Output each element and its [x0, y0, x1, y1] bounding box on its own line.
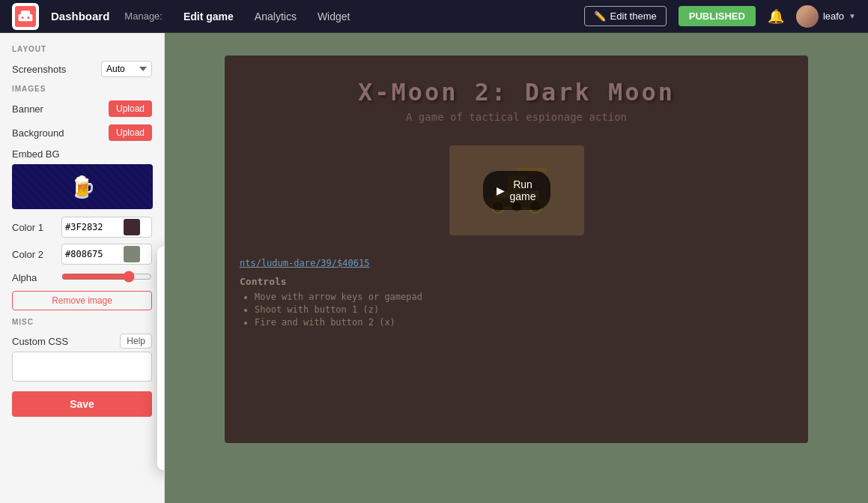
nav-edit-game[interactable]: Edit game — [174, 6, 243, 27]
dashboard-label: Dashboard — [51, 10, 109, 22]
images-section-label: IMAGES — [12, 85, 152, 93]
alpha-label: Alpha — [12, 272, 57, 283]
controls-label: Controls — [240, 276, 793, 287]
run-game-overlay: ▶ Run game — [449, 145, 584, 235]
screenshots-label: Screenshots — [12, 64, 66, 75]
svg-point-4 — [27, 16, 29, 19]
game-title: X-Moon 2: Dark Moon — [240, 78, 793, 106]
color1-input-wrap[interactable] — [61, 217, 152, 238]
color1-swatch[interactable] — [124, 219, 140, 235]
nav-widget[interactable]: Widget — [309, 6, 359, 27]
help-button[interactable]: Help — [120, 334, 152, 349]
color-picker-popup — [157, 247, 165, 470]
controls-list: Move with arrow keys or gamepad Shoot wi… — [240, 292, 793, 328]
game-image-area: ▶ Run game — [225, 130, 808, 250]
alpha-slider[interactable] — [61, 271, 152, 283]
svg-point-3 — [22, 16, 24, 19]
color1-row: Color 1 — [12, 217, 152, 238]
background-upload-button[interactable]: Upload — [109, 124, 152, 141]
play-icon: ▶ — [497, 184, 505, 196]
control-item-0: Move with arrow keys or gamepad — [255, 292, 793, 302]
sidebar: LAYOUT Screenshots Auto Manual IMAGES Ba… — [0, 33, 165, 503]
game-subtitle: A game of tactical espionage action — [240, 111, 793, 123]
user-menu[interactable]: leafo ▼ — [796, 5, 856, 28]
color2-input-wrap[interactable] — [61, 244, 152, 265]
color2-row: Color 2 — [12, 244, 152, 265]
main-layout: LAYOUT Screenshots Auto Manual IMAGES Ba… — [0, 33, 868, 503]
game-canvas: X-Moon 2: Dark Moon A game of tactical e… — [225, 55, 808, 443]
chevron-down-icon: ▼ — [849, 12, 856, 20]
manage-label: Manage: — [124, 10, 163, 22]
alpha-slider-wrap — [61, 271, 152, 285]
misc-section-label: MISC — [12, 318, 152, 326]
color2-swatch[interactable] — [124, 246, 140, 262]
background-label: Background — [12, 127, 64, 139]
alpha-row: Alpha — [12, 271, 152, 285]
layout-section-label: LAYOUT — [12, 45, 152, 53]
controls-section: Controls Move with arrow keys or gamepad… — [225, 276, 808, 328]
edit-theme-label: Edit theme — [610, 10, 657, 22]
custom-css-label: Custom CSS — [12, 336, 68, 347]
color1-text-input[interactable] — [62, 219, 122, 235]
pencil-icon: ✏️ — [594, 10, 606, 22]
screenshots-row: Screenshots Auto Manual — [12, 61, 152, 77]
banner-label: Banner — [12, 103, 43, 115]
main-nav: Edit game Analytics Widget — [174, 6, 359, 27]
color2-text-input[interactable] — [62, 246, 122, 262]
embed-bg-label: Embed BG — [12, 148, 152, 160]
header: Dashboard Manage: Edit game Analytics Wi… — [0, 0, 868, 33]
embed-bg-preview: 🍺 — [12, 164, 153, 209]
game-info-area: nts/ludum-dare/39/$40615 — [225, 250, 808, 276]
background-row: Background Upload — [12, 124, 152, 141]
banner-upload-button[interactable]: Upload — [109, 100, 152, 117]
run-game-label: Run game — [509, 178, 537, 202]
published-button[interactable]: PUBLISHED — [679, 6, 756, 26]
edit-theme-button[interactable]: ✏️ Edit theme — [584, 6, 667, 26]
username: leafo — [823, 10, 844, 22]
game-area: X-Moon 2: Dark Moon A game of tactical e… — [165, 33, 868, 503]
site-logo — [12, 3, 39, 30]
banner-row: Banner Upload — [12, 100, 152, 117]
color1-label: Color 1 — [12, 222, 57, 233]
control-item-1: Shoot with button 1 (z) — [255, 304, 793, 315]
screenshots-select[interactable]: Auto Manual — [101, 61, 152, 77]
custom-css-row: Custom CSS Help — [12, 334, 152, 349]
nav-analytics[interactable]: Analytics — [246, 6, 306, 27]
remove-image-button[interactable]: Remove image — [12, 291, 152, 310]
avatar — [796, 5, 819, 28]
custom-css-textarea[interactable] — [12, 352, 152, 382]
run-game-button[interactable]: ▶ Run game — [483, 171, 550, 210]
save-button[interactable]: Save — [12, 391, 152, 417]
game-title-area: X-Moon 2: Dark Moon A game of tactical e… — [225, 55, 808, 130]
svg-rect-2 — [21, 10, 30, 16]
game-link[interactable]: nts/ludum-dare/39/$40615 — [240, 258, 369, 268]
notification-bell-icon[interactable]: 🔔 — [768, 8, 784, 25]
embed-bg-icon: 🍺 — [70, 175, 96, 199]
color2-label: Color 2 — [12, 249, 57, 260]
control-item-2: Fire and with button 2 (x) — [255, 317, 793, 328]
